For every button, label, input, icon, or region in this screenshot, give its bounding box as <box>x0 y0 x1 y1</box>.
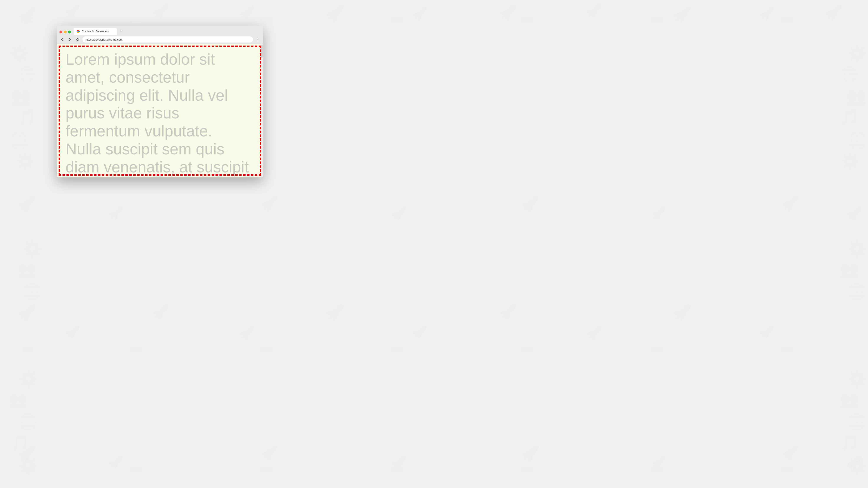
forward-icon <box>68 38 72 41</box>
browser-window: Chrome for Developers + ⋮ <box>57 26 263 177</box>
close-button[interactable] <box>59 31 62 33</box>
traffic-lights <box>59 31 71 33</box>
back-button[interactable] <box>59 36 65 42</box>
tab-title: Chrome for Developers <box>82 30 114 33</box>
scrollbar-thumb[interactable] <box>261 45 262 58</box>
back-icon <box>60 38 64 41</box>
forward-button[interactable] <box>67 36 73 42</box>
scrollbar[interactable] <box>260 44 263 177</box>
address-input[interactable] <box>83 36 253 42</box>
new-tab-button[interactable]: + <box>118 28 124 34</box>
minimize-button[interactable] <box>64 31 67 33</box>
address-bar-row: ⋮ <box>57 35 263 44</box>
tab-favicon <box>76 30 80 33</box>
browser-menu-button[interactable]: ⋮ <box>255 36 261 42</box>
reload-icon <box>76 38 80 41</box>
browser-tab[interactable]: Chrome for Developers <box>73 28 117 35</box>
lorem-ipsum-text: Lorem ipsum dolor sit amet, consectetur … <box>57 44 260 177</box>
svg-point-3 <box>78 31 79 32</box>
reload-button[interactable] <box>75 36 81 42</box>
page-content: Lorem ipsum dolor sit amet, consectetur … <box>57 44 263 177</box>
maximize-button[interactable] <box>68 31 71 33</box>
title-bar: Chrome for Developers + <box>57 26 263 35</box>
